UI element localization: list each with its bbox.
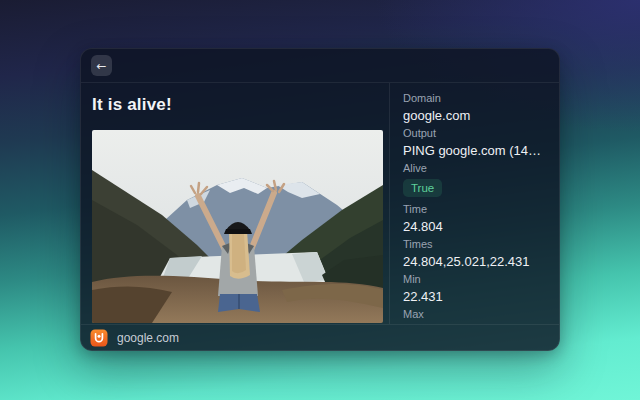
field-value: google.com <box>403 108 547 124</box>
site-url-label: google.com <box>117 331 179 345</box>
page-title: It is alive! <box>92 95 381 115</box>
field-label: Output <box>403 127 547 140</box>
field-value: 24.804 <box>403 219 547 235</box>
desktop-background: ← It is alive! <box>0 0 640 400</box>
field-label: Min <box>403 273 547 286</box>
main-content: It is alive! <box>81 83 389 324</box>
card-body: It is alive! <box>81 83 559 324</box>
detail-field: Time 24.804 <box>403 203 547 235</box>
field-label: Alive <box>403 162 547 175</box>
detail-field: Max 25.021 <box>403 308 547 324</box>
app-card: ← It is alive! <box>80 48 560 351</box>
field-label: Times <box>403 238 547 251</box>
detail-field: Domain google.com <box>403 92 547 124</box>
detail-field: Min 22.431 <box>403 273 547 305</box>
field-label: Max <box>403 308 547 321</box>
field-value: True <box>403 178 547 200</box>
field-value: 24.804,25.021,22.431 <box>403 254 547 270</box>
field-value: PING google.com (142.250.185.14):... <box>403 143 547 159</box>
detail-field: Times 24.804,25.021,22.431 <box>403 238 547 270</box>
details-panel: Domain google.com Output PING google.com… <box>389 83 559 324</box>
back-button[interactable]: ← <box>91 55 112 76</box>
status-bar: google.com <box>81 324 559 350</box>
landscape-photo <box>92 130 383 323</box>
card-header: ← <box>81 49 559 83</box>
field-label: Domain <box>403 92 547 105</box>
site-favicon-icon <box>90 329 108 347</box>
field-label: Time <box>403 203 547 216</box>
detail-field: Output PING google.com (142.250.185.14):… <box>403 127 547 159</box>
alive-status-badge: True <box>403 179 442 197</box>
field-value: 22.431 <box>403 289 547 305</box>
detail-field: Alive True <box>403 162 547 200</box>
